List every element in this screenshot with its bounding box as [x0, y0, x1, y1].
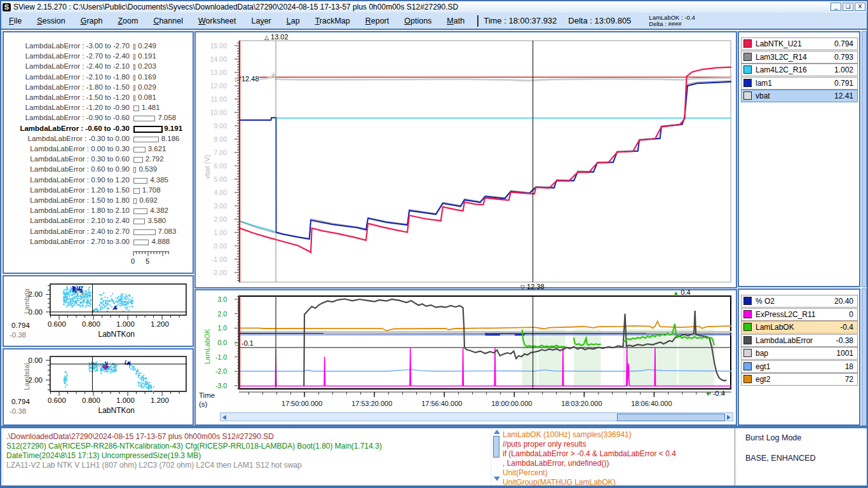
histogram-row[interactable]: LambdaLabError : 0.60 to 0.900.539: [4, 165, 193, 175]
histogram-row-value: 1.708: [142, 186, 161, 194]
legend-color-swatch: [743, 323, 752, 331]
histogram-row[interactable]: LambdaLabError : -0.30 to 0.008.186: [4, 134, 193, 144]
histogram-row-label: LambdaLabError : 2.40 to 2.70: [4, 227, 130, 235]
histogram-row[interactable]: LambdaLabError : 1.20 to 1.501.708: [4, 186, 193, 196]
histogram-row-value: 4.382: [150, 207, 168, 214]
menu-item-math[interactable]: Math: [439, 17, 472, 25]
miniA-xtick-label: 0.600: [48, 320, 66, 328]
legend-row-lam4l2c-r16[interactable]: Lam4L2C_R161.002: [741, 64, 858, 76]
legend-row-lambdalaberror[interactable]: LambdaLabError-0.38: [741, 334, 858, 347]
legend-row-lam1[interactable]: lam10.791: [741, 77, 858, 90]
histogram-row-label: LambdaLabError : -2.70 to -2.40: [4, 52, 130, 60]
title-bar[interactable]: S SView 2.15.270 : C:\Users\Public\Docum…: [1, 1, 867, 13]
histogram-bar: [133, 229, 156, 235]
menu-item-session[interactable]: Session: [29, 17, 72, 25]
miniB-xlabel: LabNTKon: [98, 406, 135, 415]
scroll-down-icon[interactable]: [494, 477, 500, 481]
main-cursor-value-marker: ▷ 12.48: [235, 75, 259, 83]
scatter-panel-lambda[interactable]: 2.000.000.6000.8001.0001.200LabNTKonLamb…: [3, 275, 194, 347]
histogram-row[interactable]: LambdaLabError : -2.40 to -2.100.203: [4, 62, 193, 72]
histogram-row[interactable]: LambdaLabError : -2.10 to -1.800.169: [4, 72, 193, 83]
legend-row-vbat[interactable]: vbat12.41: [741, 90, 858, 102]
legend-row--o2[interactable]: % O220.40: [741, 295, 858, 308]
legend-top-scrollbar[interactable]: [862, 31, 867, 287]
histogram-row[interactable]: LambdaLabError : -0.90 to -0.607.058: [4, 113, 193, 123]
main-chart-panel[interactable]: 15.0014.0013.0012.0011.0010.009.008.007.…: [194, 31, 737, 288]
miniA-xtick-label: 0.800: [82, 320, 100, 328]
histogram-row[interactable]: LambdaLabError : 1.80 to 2.104.382: [4, 206, 193, 216]
legend-row-lamlabok[interactable]: LamLabOK-0.4: [741, 321, 858, 334]
legend-channel-name: Lam3L2C_R14: [756, 53, 807, 62]
miniA-xtick-label: 1.200: [151, 320, 169, 328]
histogram-row-value: 3.580: [147, 217, 166, 224]
time-scrollbar-thumb[interactable]: [617, 414, 725, 421]
miniA-cursor-x-value: 0.794: [11, 322, 30, 329]
miniB-scatter-plot[interactable]: [44, 356, 187, 396]
histogram-bar: [133, 188, 140, 194]
legend-row-labntk-u21[interactable]: LabNTK_U210.794: [741, 37, 858, 50]
menu-item-zoom[interactable]: Zoom: [110, 17, 146, 25]
menu-item-options[interactable]: Options: [397, 17, 439, 25]
histogram-row[interactable]: LambdaLabError : 0.30 to 0.602.792: [4, 154, 193, 165]
histogram-row[interactable]: LambdaLabError : 2.10 to 2.403.580: [4, 216, 193, 226]
time-axis: [239, 391, 731, 399]
histogram-row[interactable]: LambdaLabError : 1.50 to 1.800.692: [4, 196, 193, 206]
math-scrollbar[interactable]: [493, 430, 500, 483]
legend-row-lam3l2c-r14[interactable]: Lam3L2C_R140.793: [741, 51, 858, 64]
histogram-row[interactable]: LambdaLabError : -1.80 to -1.500.029: [4, 83, 193, 93]
cursor-delta-label: Delta : 13:09.805: [568, 16, 631, 25]
histogram-row[interactable]: LambdaLabError : -1.50 to -1.200.081: [4, 93, 193, 103]
lower-cursor-value-marker: ▷ -0.1: [235, 339, 254, 347]
menu-item-channel[interactable]: Channel: [146, 17, 191, 25]
histogram-row[interactable]: LambdaLabError : 2.40 to 2.707.083: [4, 227, 193, 237]
window-title: SView 2.15.270 : C:\Users\Public\Documen…: [13, 3, 458, 11]
histogram-row[interactable]: LambdaLabError : 2.70 to 3.004.888: [4, 237, 193, 247]
histogram-row-value: 0.249: [138, 42, 156, 50]
main-ytick-label: 12.00: [199, 82, 227, 90]
legend-bottom-scrollbar[interactable]: [862, 288, 867, 426]
histogram-panel[interactable]: LambdaLabError : -3.00 to -2.700.249Lamb…: [3, 31, 194, 274]
histogram-row[interactable]: LambdaLabError : -0.60 to -0.309.191: [4, 124, 193, 134]
legend-channel-value: 20.40: [834, 297, 853, 306]
menu-item-graph[interactable]: Graph: [73, 17, 111, 25]
histogram-bar: [133, 157, 143, 163]
menu-item-file[interactable]: File: [1, 17, 29, 25]
legend-row-bap[interactable]: bap1001: [741, 347, 858, 360]
scroll-left-icon[interactable]: [222, 415, 226, 420]
main-ytick-label: 13.00: [199, 69, 227, 76]
scatter-panel-lambdalaberror[interactable]: 0.00-2.000.6000.8001.0001.200LabNTKonLam…: [3, 348, 194, 426]
legend-channel-value: 0.794: [834, 39, 853, 48]
readout-delta: Delta : ####: [649, 20, 681, 27]
app-icon: S: [3, 3, 11, 11]
histogram-row[interactable]: LambdaLabError : -2.70 to -2.400.191: [4, 51, 193, 62]
scroll-right-icon[interactable]: [727, 415, 731, 420]
main-chart-plot[interactable]: [233, 41, 731, 282]
menu-item-trackmap[interactable]: TrackMap: [308, 17, 358, 25]
status-file-line: LZA11-V2 Lab NTK V L1H1 (807 ohm) L2C3 (…: [6, 461, 302, 470]
histogram-bar: [133, 178, 147, 184]
legend-row-egt2[interactable]: egt272: [741, 373, 858, 386]
histogram-row[interactable]: LambdaLabError : -1.20 to -0.901.481: [4, 103, 193, 113]
minimize-button[interactable]: _: [831, 3, 841, 11]
histogram-row[interactable]: LambdaLabError : -3.00 to -2.700.249: [4, 41, 193, 51]
math-scrollbar-thumb[interactable]: [493, 436, 499, 458]
lower-chart-panel[interactable]: 3.02.01.00.0-1.0-2.0-3.0▲ 0.4▼ -0.4▷ -0.…: [194, 289, 737, 426]
legend-row-egt1[interactable]: egt118: [741, 360, 858, 373]
menu-item-layer[interactable]: Layer: [243, 17, 278, 25]
legend-channel-name: LambdaLabError: [756, 336, 813, 345]
close-button[interactable]: X: [855, 3, 865, 11]
legend-channel-name: LabNTK_U21: [756, 39, 802, 48]
scroll-up-icon[interactable]: [494, 430, 500, 434]
histogram-row[interactable]: LambdaLabError : 0.90 to 1.204.385: [4, 175, 193, 186]
menu-item-lap[interactable]: Lap: [279, 17, 308, 25]
time-scrollbar[interactable]: [220, 412, 733, 421]
miniA-scatter-plot[interactable]: [44, 284, 187, 320]
miniB-xtick-label: 1.000: [116, 396, 135, 404]
restore-button[interactable]: ❏: [843, 3, 853, 11]
menu-item-report[interactable]: Report: [358, 17, 397, 25]
histogram-row[interactable]: LambdaLabError : 0.00 to 0.303.621: [4, 144, 193, 154]
legend-row-expressl2c-r11[interactable]: ExPressL2C_R110: [741, 308, 858, 321]
legend-color-swatch: [743, 349, 752, 357]
lower-chart-plot[interactable]: [233, 296, 731, 389]
menu-item-worksheet[interactable]: Worksheet: [191, 17, 244, 25]
